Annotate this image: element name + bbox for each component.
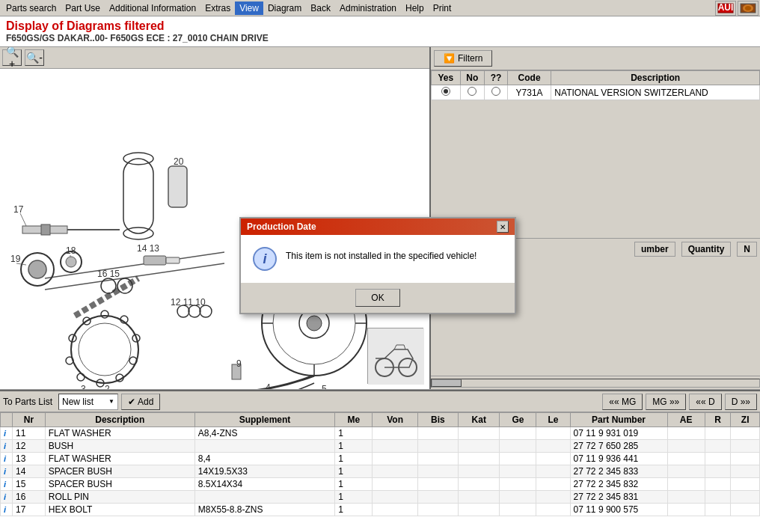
modal-close-button[interactable]: ✕: [497, 221, 509, 233]
modal-overlay: Production Date ✕ i This item is not ins…: [0, 0, 760, 532]
modal-titlebar: Production Date ✕: [241, 218, 515, 235]
modal-info-icon: i: [253, 247, 277, 271]
modal-footer: OK: [241, 283, 515, 313]
modal-ok-button[interactable]: OK: [355, 289, 399, 307]
modal-title: Production Date: [247, 221, 316, 232]
modal-body: i This item is not installed in the spec…: [241, 235, 515, 283]
modal-dialog: Production Date ✕ i This item is not ins…: [239, 217, 516, 314]
modal-message: This item is not installed in the specif…: [286, 247, 476, 263]
